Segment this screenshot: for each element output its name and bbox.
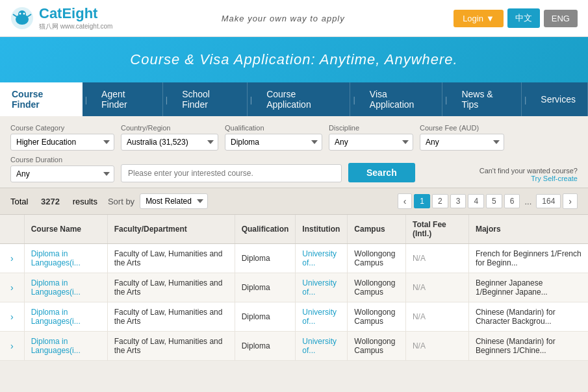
total-label: Total [10,197,28,206]
fee-select[interactable]: Any [420,134,504,151]
duration-label: Course Duration [10,156,114,164]
search-button[interactable]: Search [348,163,415,182]
course-link[interactable]: Diploma in Languages(i... [31,308,81,326]
qualification-select[interactable]: Diploma [225,134,322,151]
course-link[interactable]: Diploma in Languages(i... [31,249,81,267]
table-header-row: Course Name Faculty/Department Qualifica… [0,215,588,244]
results-label: results [73,197,97,206]
course-name-cell: Diploma in Languages(i... [24,332,107,361]
faculty-cell: Faculty of Law, Humanities and the Arts [107,302,235,332]
institution-cell: University of... [296,273,348,302]
institution-link[interactable]: University of... [302,278,337,297]
page-4-button[interactable]: 4 [468,194,484,208]
expand-button[interactable]: › [6,310,18,323]
table-row: › Diploma in Languages(i... Faculty of L… [0,244,588,273]
self-create-link[interactable]: Try Self-create [531,175,578,182]
course-link[interactable]: Diploma in Languages(i... [31,337,81,355]
category-select[interactable]: Higher Education [10,134,114,151]
svg-point-2 [18,10,26,18]
svg-point-6 [23,13,25,15]
course-search-input[interactable] [121,164,342,182]
course-name-cell: Diploma in Languages(i... [24,244,107,273]
fee-cell: N/A [405,332,468,361]
institution-link[interactable]: University of... [302,337,337,355]
nav-services[interactable]: Services [529,82,588,116]
institution-link[interactable]: University of... [302,249,337,267]
filter-category: Course Category Higher Education [10,124,114,151]
th-course-name: Course Name [24,215,107,244]
fee-cell: N/A [405,273,468,302]
svg-point-5 [19,13,21,15]
pagination: ‹ 1 2 3 4 5 6 ... 164 › [398,193,578,209]
filter-discipline: Discipline Any [329,124,413,151]
lang-zh-button[interactable]: 中文 [507,8,540,28]
logo-area: CatEight 猫八网 www.cateight.com [10,5,112,31]
login-label: Login [463,14,483,23]
header: CatEight 猫八网 www.cateight.com Make your … [0,0,588,37]
sort-select[interactable]: Most Related [140,193,208,209]
faculty-cell: Faculty of Law, Humanities and the Arts [107,244,235,273]
logo-text: CatEight [39,5,112,22]
nav-agent-finder[interactable]: Agent Finder [90,82,163,116]
page-164-button[interactable]: 164 [536,194,561,208]
th-majors: Majors [468,215,588,244]
course-name-cell: Diploma in Languages(i... [24,273,107,302]
filter-qualification: Qualification Diploma [225,124,322,151]
majors-cell: Beginner Japanese 1/Beginner Japane... [468,273,588,302]
page-2-button[interactable]: 2 [432,194,448,208]
expand-button[interactable]: › [6,281,18,294]
nav-sep-2: | [163,82,170,116]
page-1-button[interactable]: 1 [414,194,430,208]
self-create-text: Can't find your wanted course? [479,167,578,175]
duration-select[interactable]: Any [10,165,114,182]
tagline: Make your own way to apply [222,14,345,23]
nav-course-application[interactable]: Course Application [255,82,350,116]
country-label: Country/Region [121,124,218,132]
institution-cell: University of... [296,244,348,273]
page-3-button[interactable]: 3 [450,194,467,208]
filter-fee: Course Fee (AUD) Any [420,124,504,151]
results-table-container: Course Name Faculty/Department Qualifica… [0,215,588,361]
nav-visa-application[interactable]: Visa Application [358,82,442,116]
campus-cell: Wollongong Campus [348,302,406,332]
qualification-cell: Diploma [235,332,296,361]
lang-en-button[interactable]: ENG [544,10,578,27]
th-campus: Campus [348,215,406,244]
nav-sep-1: | [83,82,90,116]
nav-sep-6: | [522,82,529,116]
table-row: › Diploma in Languages(i... Faculty of L… [0,332,588,361]
qualification-cell: Diploma [235,302,296,332]
country-select[interactable]: Australia (31,523) [121,134,218,151]
table-row: › Diploma in Languages(i... Faculty of L… [0,302,588,332]
prev-page-button[interactable]: ‹ [398,193,413,209]
search-area: Course Category Higher Education Country… [0,116,588,188]
chevron-down-icon: ▼ [486,14,494,23]
logo-sub: 猫八网 www.cateight.com [39,22,112,31]
discipline-select[interactable]: Any [329,134,413,151]
majors-cell: Chinese (Mandarin) for Beginners 1/Chine… [468,332,588,361]
nav-news-tips[interactable]: News & Tips [450,82,522,116]
sort-label: Sort by [108,197,134,206]
self-create-hint: Can't find your wanted course? Try Self-… [479,167,578,182]
expand-cell: › [0,273,24,302]
expand-button[interactable]: › [6,339,18,352]
page-6-button[interactable]: 6 [504,194,520,208]
majors-cell: French for Beginners 1/French for Beginn… [468,244,588,273]
page-5-button[interactable]: 5 [486,194,502,208]
login-button[interactable]: Login ▼ [454,10,504,27]
banner: Course & Visa Application: Anytime, Anyw… [0,37,588,82]
expand-button[interactable]: › [6,252,18,265]
table-row: › Diploma in Languages(i... Faculty of L… [0,273,588,302]
fee-cell: N/A [405,302,468,332]
next-page-button[interactable]: › [563,193,578,209]
th-fee: Total Fee (Intl.) [405,215,468,244]
course-link[interactable]: Diploma in Languages(i... [31,278,81,297]
nav-course-finder[interactable]: Course Finder [0,82,83,116]
nav-school-finder[interactable]: School Finder [170,82,248,116]
course-name-cell: Diploma in Languages(i... [24,302,107,332]
filter-country: Country/Region Australia (31,523) [121,124,218,151]
qualification-cell: Diploma [235,273,296,302]
campus-cell: Wollongong Campus [348,332,406,361]
th-faculty: Faculty/Department [107,215,235,244]
institution-link[interactable]: University of... [302,308,337,326]
